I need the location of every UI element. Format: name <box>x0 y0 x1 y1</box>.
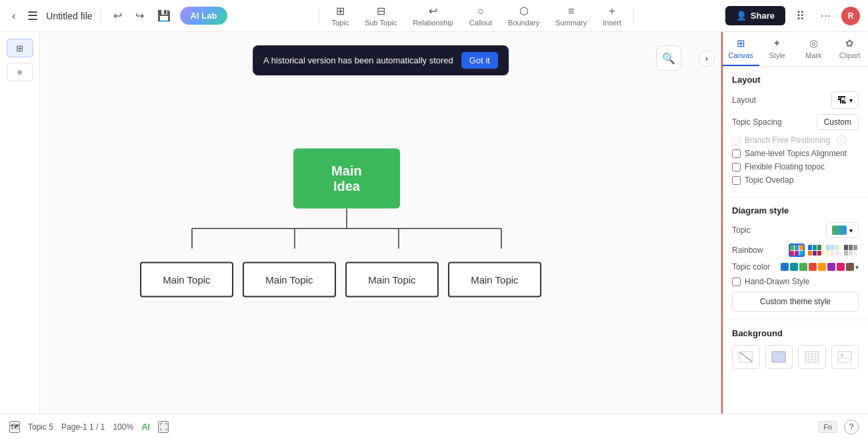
callout-tool[interactable]: ○ Callout <box>463 3 499 29</box>
color-swatch-7[interactable] <box>837 263 845 271</box>
bg-grid-button[interactable] <box>798 345 826 369</box>
tab-style[interactable]: ✦ Style <box>759 32 796 66</box>
relationship-tool[interactable]: ↩ Relationship <box>406 2 460 29</box>
bg-grid-icon <box>805 351 819 363</box>
insert-icon: + <box>609 5 615 17</box>
fullscreen-icon: ⛶ <box>159 422 167 432</box>
tab-clipart[interactable]: ✿ Clipart <box>832 32 869 66</box>
style-tab-icon: ✦ <box>773 37 781 49</box>
color-swatch-6[interactable] <box>827 263 835 271</box>
rainbow-option-1[interactable] <box>789 244 805 257</box>
topic-node-3[interactable]: Main Topic <box>345 262 439 298</box>
color-swatch-1[interactable] <box>781 263 789 271</box>
grid-view-button[interactable]: ⊞ <box>7 39 33 57</box>
same-level-row: Same-level Topics Alignment <box>732 149 859 158</box>
toolbar-center: ⊞ Topic ⊟ Sub Topic ↩ Relationship ○ Cal… <box>233 2 720 29</box>
collapse-panel-button[interactable]: › <box>699 51 715 67</box>
ai-label: AI <box>141 422 150 432</box>
boundary-label: Boundary <box>508 19 539 27</box>
redo-button[interactable]: ↪ <box>131 7 148 25</box>
rainbow-option-3[interactable] <box>825 244 841 257</box>
summary-tool[interactable]: ≡ Summary <box>549 3 593 29</box>
ai-lab-button[interactable]: AI Lab <box>180 7 228 25</box>
center-divider-left <box>319 9 319 23</box>
diagram-style-section: Diagram style Topic ▾ Rainbow <box>723 197 868 320</box>
branch-free-info-icon[interactable]: ? <box>837 135 846 145</box>
undo-button[interactable]: ↩ <box>109 7 126 25</box>
mindmap-container: Main Idea Main Topic <box>140 149 553 298</box>
layout-prop-row: Layout 🏗 ▾ <box>732 91 859 109</box>
zoom-level[interactable]: 100% <box>113 422 133 432</box>
topic-overlap-row: Topic Overlap <box>732 175 859 185</box>
toolbar-right: 👤 Share ⠿ ··· R <box>725 6 860 26</box>
rainbow-option-4[interactable] <box>843 244 859 257</box>
help-button[interactable]: ? <box>844 420 859 434</box>
fullscreen-button[interactable]: ⛶ <box>158 421 169 433</box>
topic-node-4[interactable]: Main Topic <box>448 262 541 298</box>
branch-free-checkbox[interactable] <box>732 136 741 145</box>
save-button[interactable]: 💾 <box>153 7 175 25</box>
toolbar-divider <box>101 9 101 23</box>
callout-icon: ○ <box>477 5 484 17</box>
relationship-label: Relationship <box>413 19 453 27</box>
fn-key-button[interactable]: Fn <box>818 421 837 433</box>
topic-overlap-checkbox[interactable] <box>732 176 741 185</box>
color-swatch-more-icon[interactable]: ▾ <box>855 264 859 271</box>
topic-spacing-label: Topic Spacing <box>732 117 782 127</box>
topic-tool[interactable]: ⊞ Topic <box>325 2 355 29</box>
flexible-floating-row: Flexible Floating topoc <box>732 162 859 171</box>
user-avatar[interactable]: R <box>841 7 860 25</box>
tab-canvas[interactable]: ⊞ Canvas <box>723 32 759 66</box>
topic-node-1[interactable]: Main Topic <box>140 262 233 298</box>
topic-count: Topic 5 <box>28 422 53 432</box>
toolbar: ‹ ☰ Untitled file ↩ ↪ 💾 AI Lab ⊞ Topic ⊟… <box>0 0 868 32</box>
color-swatch-5[interactable] <box>818 263 826 271</box>
connector-lines <box>140 209 553 262</box>
file-title: Untitled file <box>46 11 92 21</box>
toolbar-left: ‹ ☰ Untitled file ↩ ↪ 💾 AI Lab <box>8 6 227 26</box>
bg-none-button[interactable] <box>732 345 760 369</box>
got-it-button[interactable]: Got it <box>461 52 498 69</box>
topic-style-row: Topic ▾ <box>732 222 859 238</box>
bottom-bar: 🗺 Topic 5 Page-1 1 / 1 100% AI ⛶ Fn ? <box>0 414 868 439</box>
back-nav-button[interactable]: ‹ <box>8 7 19 25</box>
rainbow-option-2[interactable] <box>807 244 823 257</box>
layout-dropdown[interactable]: 🏗 ▾ <box>831 91 859 109</box>
apps-grid-button[interactable]: ⠿ <box>791 6 810 26</box>
topic-style-dropdown[interactable]: ▾ <box>826 222 859 238</box>
insert-label: Insert <box>603 19 621 27</box>
same-level-checkbox[interactable] <box>732 149 741 158</box>
boundary-tool[interactable]: ⬡ Boundary <box>501 2 546 29</box>
background-title: Background <box>732 328 859 338</box>
color-swatch-4[interactable] <box>809 263 817 271</box>
relationship-icon: ↩ <box>429 5 437 17</box>
summary-label: Summary <box>555 19 587 27</box>
bg-solid-button[interactable] <box>765 345 793 369</box>
clipart-tab-icon: ✿ <box>845 37 854 49</box>
tab-mark[interactable]: ◎ Mark <box>795 32 832 66</box>
list-view-button[interactable]: ≡ <box>7 63 33 81</box>
share-button[interactable]: 👤 Share <box>725 6 785 25</box>
topic-node-2[interactable]: Main Topic <box>243 262 336 298</box>
hand-drawn-checkbox[interactable] <box>732 278 741 286</box>
svg-rect-16 <box>838 352 851 362</box>
bg-none-icon <box>739 351 753 363</box>
insert-tool[interactable]: + Insert <box>596 3 628 29</box>
sub-topic-tool[interactable]: ⊟ Sub Topic <box>358 2 403 29</box>
main-idea-node[interactable]: Main Idea <box>293 149 400 209</box>
bg-image-button[interactable] <box>831 345 859 369</box>
color-swatch-3[interactable] <box>799 263 807 271</box>
boundary-icon: ⬡ <box>519 5 529 17</box>
flexible-floating-checkbox[interactable] <box>732 163 741 171</box>
search-button[interactable]: 🔍 <box>656 45 681 71</box>
page-info: Page-1 1 / 1 <box>61 422 105 432</box>
menu-button[interactable]: ☰ <box>25 6 41 26</box>
more-options-button[interactable]: ··· <box>815 6 836 25</box>
color-swatch-8[interactable] <box>846 263 854 271</box>
custom-theme-button[interactable]: Custom theme style <box>732 292 859 312</box>
branch-free-row: Branch Free Positioning ? <box>732 135 859 145</box>
topic-spacing-custom[interactable]: Custom <box>817 114 859 130</box>
color-swatch-2[interactable] <box>790 263 798 271</box>
map-icon: 🗺 <box>11 422 19 432</box>
map-overview-button[interactable]: 🗺 <box>9 421 20 433</box>
